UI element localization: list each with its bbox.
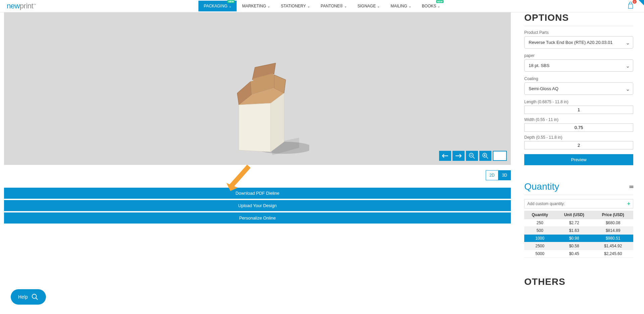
nav-stationery-label: STATIONERY (281, 4, 306, 8)
cart-button[interactable]: 0 (627, 2, 634, 10)
quantity-row[interactable]: 2500$0.58$1,454.92 (524, 242, 633, 250)
nav-books[interactable]: BOOKS ⌄ NEW (417, 1, 446, 11)
options-heading: OPTIONS (524, 12, 633, 26)
top-nav: newprint™ PACKAGING ⌄ NEW MARKETING ⌄ ST… (0, 0, 644, 12)
search-icon (31, 293, 39, 294)
quantity-cell-unit: $0.98 (555, 235, 593, 242)
quantity-row[interactable]: 250$2.72$680.08 (524, 219, 633, 227)
product-parts-label: Product Parts (524, 30, 633, 35)
quantity-cell-qty: 1000 (524, 235, 555, 242)
custom-quantity-row: Add custom quantity: + (524, 199, 633, 208)
quantity-cell-unit: $0.45 (555, 250, 593, 258)
3d-button[interactable]: 3D (498, 170, 511, 180)
quantity-title-text: Quantity (524, 181, 559, 192)
nav-packaging-label: PACKAGING (204, 4, 227, 8)
nav-mailing-label: MAILING (390, 4, 407, 8)
coating-select[interactable]: Semi-Gloss AQ (524, 82, 633, 95)
zoom-in-button[interactable] (479, 151, 491, 161)
others-heading: OTHERS (524, 276, 633, 290)
length-label: Length (0.6875 - 11.8 in) (524, 100, 633, 104)
view-dimension-toggle: 2D 3D (4, 170, 511, 180)
quantity-cell-price: $1,454.92 (593, 242, 633, 250)
nav-packaging[interactable]: PACKAGING ⌄ NEW (199, 1, 237, 11)
new-badge: NEW (227, 0, 235, 3)
corner-triangle-icon[interactable] (639, 0, 644, 5)
quantity-cell-price: $814.89 (593, 227, 633, 235)
product-3d-viewer[interactable] (4, 12, 511, 165)
chevron-down-icon: ⌄ (307, 4, 310, 8)
zoom-out-button[interactable] (466, 151, 478, 161)
new-badge: NEW (436, 0, 443, 3)
price-header: Price (USD) (593, 211, 633, 219)
chevron-down-icon: ⌄ (344, 4, 347, 8)
quantity-row[interactable]: 5000$0.45$2,245.60 (524, 250, 633, 258)
quantity-heading: Quantity (524, 181, 633, 195)
grid-icon[interactable] (630, 186, 633, 188)
prev-button[interactable] (439, 151, 451, 161)
chevron-down-icon: ⌄ (229, 4, 231, 8)
quantity-cell-price: $680.08 (593, 219, 633, 227)
nav-pantone[interactable]: PANTONE® ⌄ (315, 1, 352, 11)
help-widget[interactable]: Help (11, 289, 46, 294)
quantity-row[interactable]: 1000$0.98$980.51 (524, 235, 633, 242)
logo[interactable]: newprint™ (7, 2, 36, 10)
2d-button[interactable]: 2D (486, 170, 498, 180)
quantity-cell-price: $2,245.60 (593, 250, 633, 258)
chevron-down-icon: ⌄ (267, 4, 270, 8)
quantity-cell-qty: 500 (524, 227, 555, 235)
cart-count-badge: 0 (633, 0, 637, 4)
depth-label: Depth (0.55 - 11.8 in) (524, 135, 633, 140)
zoom-in-icon (482, 152, 489, 159)
nav-marketing[interactable]: MARKETING ⌄ (237, 1, 275, 11)
quantity-cell-qty: 250 (524, 219, 555, 227)
viewer-controls (439, 151, 507, 161)
personalize-online-button[interactable]: Personalize Online (4, 212, 511, 224)
next-button[interactable] (452, 151, 465, 161)
arrow-right-icon (455, 153, 462, 159)
main-nav: PACKAGING ⌄ NEW MARKETING ⌄ STATIONERY ⌄… (199, 1, 446, 11)
length-input[interactable] (524, 106, 633, 114)
quantity-cell-qty: 5000 (524, 250, 555, 258)
logo-part2: print (20, 2, 33, 10)
logo-tm: ™ (33, 3, 36, 6)
paper-label: paper (524, 53, 633, 58)
quantity-cell-qty: 2500 (524, 242, 555, 250)
unit-header: Unit (USD) (555, 211, 593, 219)
coating-label: Coating (524, 76, 633, 81)
width-label: Width (0.55 - 11 in) (524, 117, 633, 122)
quantity-table: Quantity Unit (USD) Price (USD) 250$2.72… (524, 211, 633, 258)
upload-design-button[interactable]: Upload Your Design (4, 200, 511, 211)
quantity-cell-unit: $2.72 (555, 219, 593, 227)
custom-quantity-label: Add custom quantity: (527, 201, 565, 206)
quantity-row[interactable]: 500$1.63$814.89 (524, 227, 633, 235)
nav-signage[interactable]: SIGNAGE ⌄ (352, 1, 385, 11)
quantity-cell-price: $980.51 (593, 235, 633, 242)
paper-select[interactable]: 18 pt. SBS (524, 59, 633, 72)
download-dieline-button[interactable]: Download PDF Dieline (4, 188, 511, 199)
chevron-down-icon: ⌄ (377, 4, 380, 8)
width-input[interactable] (524, 123, 633, 132)
nav-stationery[interactable]: STATIONERY ⌄ (275, 1, 315, 11)
nav-signage-label: SIGNAGE (358, 4, 376, 8)
arrow-left-icon (441, 153, 449, 159)
logo-part1: new (7, 2, 20, 10)
add-quantity-button[interactable]: + (627, 201, 630, 207)
depth-input[interactable] (524, 141, 633, 149)
nav-mailing[interactable]: MAILING ⌄ (385, 1, 416, 11)
chevron-down-icon: ⌄ (409, 4, 411, 8)
quantity-cell-unit: $1.63 (555, 227, 593, 235)
view-mode-toggle[interactable] (493, 151, 507, 161)
product-parts-select[interactable]: Reverse Tuck End Box (RTE) A20.20.03.01 (524, 36, 633, 49)
nav-books-label: BOOKS (422, 4, 436, 8)
nav-pantone-label: PANTONE® (321, 4, 343, 8)
box-3d-render (232, 61, 309, 159)
qty-header: Quantity (524, 211, 555, 219)
quantity-cell-unit: $0.58 (555, 242, 593, 250)
zoom-out-icon (469, 152, 475, 159)
chevron-down-icon: ⌄ (437, 4, 440, 8)
preview-button[interactable]: Preview (524, 154, 633, 165)
nav-marketing-label: MARKETING (242, 4, 266, 8)
